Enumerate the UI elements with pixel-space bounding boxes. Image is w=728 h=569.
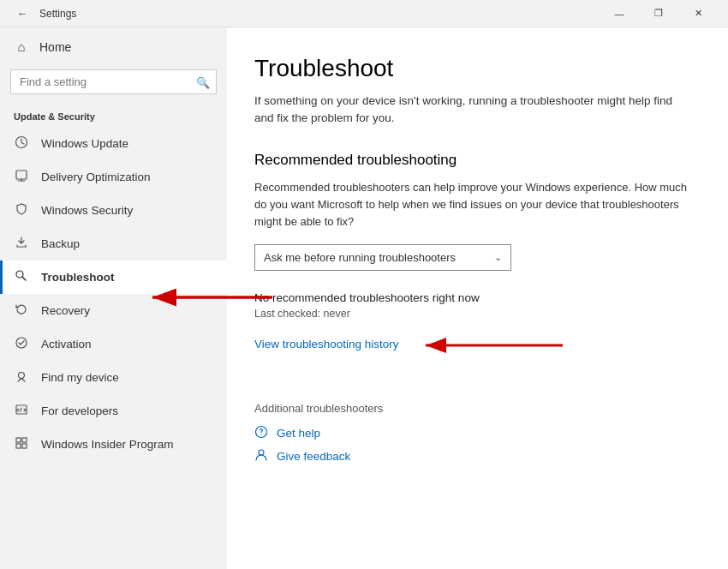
delivery-optimization-icon [14, 169, 29, 185]
svg-rect-6 [16, 438, 21, 442]
sidebar-item-for-developers[interactable]: For developers [0, 394, 227, 428]
sidebar-item-backup[interactable]: Backup [0, 227, 227, 261]
maximize-button[interactable]: ❐ [639, 0, 678, 27]
home-icon: ⌂ [14, 39, 29, 54]
recovery-label: Recovery [41, 304, 90, 317]
page-title: Troubleshoot [254, 55, 694, 82]
dropdown-label: Ask me before running troubleshooters [264, 251, 456, 264]
sidebar-section-title: Update & Security [0, 105, 227, 127]
sidebar-item-delivery-optimization[interactable]: Delivery Optimization [0, 160, 227, 194]
activation-label: Activation [41, 338, 92, 350]
svg-rect-8 [16, 444, 21, 448]
recommended-text: Recommended troubleshooters can help imp… [254, 179, 694, 231]
search-container: 🔍 [10, 69, 217, 94]
windows-insider-icon [14, 436, 29, 452]
activation-icon [14, 336, 29, 352]
close-button[interactable]: ✕ [678, 0, 718, 27]
troubleshoot-label: Troubleshoot [41, 271, 115, 284]
status-text: No recommended troubleshooters right now [254, 291, 694, 304]
for-developers-icon [14, 403, 29, 419]
get-help-link[interactable]: Get help [254, 425, 694, 441]
dropdown-container: Ask me before running troubleshooters ⌄ [254, 244, 694, 271]
svg-point-12 [260, 434, 261, 434]
give-feedback-link[interactable]: Give feedback [254, 448, 694, 464]
windows-security-icon [14, 202, 29, 219]
sidebar-item-windows-security[interactable]: Windows Security [0, 194, 227, 227]
page-description: If something on your device isn't workin… [254, 93, 694, 128]
troubleshooter-dropdown[interactable]: Ask me before running troubleshooters ⌄ [254, 244, 511, 271]
windows-update-label: Windows Update [41, 137, 128, 150]
windows-security-label: Windows Security [41, 204, 133, 217]
get-help-label: Get help [277, 427, 320, 440]
windows-update-icon [14, 135, 29, 152]
window-controls: — ❐ ✕ [600, 0, 718, 27]
find-my-device-label: Find my device [41, 371, 119, 384]
chevron-down-icon: ⌄ [494, 252, 502, 263]
sidebar-item-activation[interactable]: Activation [0, 327, 227, 361]
backup-icon [14, 236, 29, 252]
search-icon: 🔍 [196, 75, 210, 88]
windows-insider-label: Windows Insider Program [41, 438, 174, 451]
additional-title: Additional troubleshooters [254, 402, 694, 415]
svg-rect-7 [22, 438, 27, 442]
back-button[interactable]: ← [10, 2, 34, 26]
backup-label: Backup [41, 237, 80, 250]
delivery-optimization-label: Delivery Optimization [41, 171, 151, 183]
arrow-to-history [417, 330, 571, 361]
home-label: Home [39, 40, 71, 54]
sidebar-item-find-my-device[interactable]: Find my device [0, 361, 227, 394]
settings-window: ← Settings — ❐ ✕ ⌂ Home 🔍 Update & Secur… [0, 0, 728, 569]
recommended-heading: Recommended troubleshooting [254, 152, 694, 169]
svg-point-3 [16, 338, 27, 348]
content-area: ⌂ Home 🔍 Update & Security Windows Updat… [0, 27, 728, 569]
svg-rect-1 [16, 171, 27, 179]
sidebar-item-windows-update[interactable]: Windows Update [0, 127, 227, 160]
give-feedback-icon [254, 448, 268, 464]
status-sub-text: Last checked: never [254, 308, 694, 320]
recovery-icon [14, 302, 29, 319]
svg-point-13 [259, 450, 264, 455]
svg-rect-9 [22, 444, 27, 448]
window-title: Settings [39, 8, 600, 20]
view-history-link[interactable]: View troubleshooting history [254, 338, 399, 350]
sidebar-item-windows-insider[interactable]: Windows Insider Program [0, 428, 227, 461]
minimize-button[interactable]: — [600, 0, 639, 27]
give-feedback-label: Give feedback [277, 450, 350, 463]
for-developers-label: For developers [41, 404, 118, 417]
get-help-icon [254, 425, 268, 441]
find-my-device-icon [14, 369, 29, 386]
search-input[interactable] [10, 69, 217, 94]
svg-point-4 [19, 373, 25, 379]
titlebar: ← Settings — ❐ ✕ [0, 0, 728, 27]
sidebar-item-troubleshoot[interactable]: Troubleshoot [0, 261, 227, 294]
troubleshoot-icon [14, 269, 29, 285]
sidebar: ⌂ Home 🔍 Update & Security Windows Updat… [0, 27, 227, 569]
sidebar-item-recovery[interactable]: Recovery [0, 294, 227, 327]
sidebar-home[interactable]: ⌂ Home [0, 27, 227, 66]
additional-section: Additional troubleshooters Get help Give… [254, 402, 694, 464]
main-content: Troubleshoot If something on your device… [227, 27, 728, 569]
